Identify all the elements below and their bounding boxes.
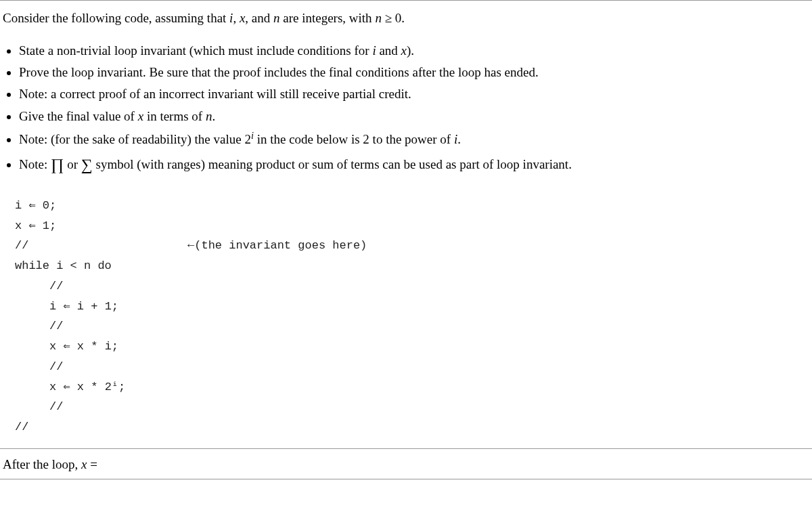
task-item-6: Note: ∏ or ∑ symbol (with ranges) meanin…: [19, 151, 812, 178]
code-line: x ⇐ x * i;: [15, 340, 118, 353]
task-list: State a non-trivial loop invariant (whic…: [0, 40, 812, 178]
two: 2: [363, 132, 369, 146]
intro-text: Consider the following code, assuming th…: [3, 11, 229, 25]
task-text: Note: a correct proof of an incorrect in…: [19, 87, 411, 101]
power-base: 2: [244, 132, 251, 146]
geq-symbol: ≥: [382, 11, 395, 25]
task-item-4: Give the final value of x in terms of n.: [19, 106, 812, 127]
equals: =: [87, 457, 97, 471]
code-line: x ⇐ 1;: [15, 219, 56, 232]
task-text: symbol (with ranges) meaning product or …: [93, 157, 572, 171]
task-item-1: State a non-trivial loop invariant (whic…: [19, 40, 812, 62]
task-item-2: Prove the loop invariant. Be sure that t…: [19, 62, 812, 83]
var-n: n: [375, 11, 382, 25]
task-text: and: [376, 43, 401, 58]
task-text: in the code below is: [254, 132, 363, 146]
code-block: i ⇐ 0; x ⇐ 1; // ←(the invariant goes he…: [0, 193, 812, 444]
code-line: //: [15, 239, 28, 252]
zero: 0: [395, 11, 402, 25]
code-line: //: [15, 421, 28, 433]
task-text: State a non-trivial loop invariant (whic…: [19, 43, 372, 58]
task-text: ).: [407, 43, 414, 58]
intro-paragraph: Consider the following code, assuming th…: [0, 9, 812, 40]
code-line: //: [15, 320, 63, 333]
after-text: After the loop,: [3, 457, 81, 471]
product-symbol: ∏: [51, 156, 64, 173]
task-text: Give the final value of: [19, 109, 138, 123]
task-item-5: Note: (for the sake of readability) the …: [19, 127, 812, 151]
code-line: //: [15, 400, 63, 413]
code-line: i ⇐ 0;: [15, 199, 56, 212]
code-line: //: [15, 360, 63, 373]
task-text: in terms of: [143, 109, 206, 123]
task-text: .: [457, 132, 461, 146]
code-line: while i < n do: [15, 259, 112, 272]
task-text: Prove the loop invariant. Be sure that t…: [19, 65, 539, 79]
var-x: x: [401, 43, 407, 58]
task-text: to the power of: [369, 132, 454, 146]
intro-text: ,: [233, 11, 240, 25]
task-text: .: [212, 109, 215, 123]
task-text: or: [64, 157, 81, 171]
after-loop-line: After the loop, x =: [0, 456, 812, 474]
task-text: Note:: [19, 157, 51, 171]
intro-text: , and: [245, 11, 273, 25]
divider: [0, 448, 812, 449]
var-x: x: [138, 109, 143, 123]
var-n: n: [273, 11, 280, 25]
code-line: i ⇐ i + 1;: [15, 300, 118, 313]
code-line: //: [15, 280, 63, 293]
intro-text: are integers, with: [280, 11, 376, 25]
var-x: x: [81, 457, 87, 471]
code-line: x ⇐ x * 2ⁱ;: [15, 381, 125, 393]
task-item-3: Note: a correct proof of an incorrect in…: [19, 83, 812, 105]
invariant-placeholder: ←(the invariant goes here): [28, 239, 367, 252]
sum-symbol: ∑: [81, 156, 93, 173]
period: .: [401, 11, 405, 25]
task-text: Note: (for the sake of readability) the …: [19, 132, 244, 146]
